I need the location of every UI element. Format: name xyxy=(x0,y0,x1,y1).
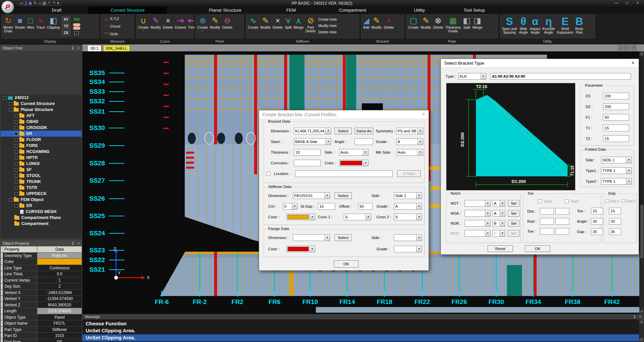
tree-item-longi[interactable]: LONGI xyxy=(1,161,82,167)
st-gap-field[interactable]: 15 xyxy=(318,203,335,210)
tree-item-fem-object[interactable]: FEM Object xyxy=(1,197,82,203)
tab-scroll-left-icon[interactable]: ‹ xyxy=(618,45,623,50)
pin-icon[interactable]: ↧ xyxy=(71,240,74,246)
bracket-dimension-combo[interactable]: KL468.71,200,44,▼ xyxy=(294,128,331,134)
scroll-up-icon[interactable]: ▲ xyxy=(639,51,644,56)
param-field-f1[interactable]: 50 xyxy=(603,114,629,121)
param-field-t1[interactable]: 15 xyxy=(603,125,629,131)
flange-grade-combo[interactable]: ▼ xyxy=(394,246,422,252)
display-toggle-icon[interactable] xyxy=(72,23,81,30)
close-panel-icon[interactable]: × xyxy=(78,45,80,51)
location-checkbox[interactable] xyxy=(266,172,270,176)
expand-box-icon[interactable] xyxy=(15,144,18,147)
select-button[interactable]: Select xyxy=(335,192,352,199)
point-modify-button[interactable]: ✎Modify xyxy=(209,15,221,37)
bracket-delete-button[interactable]: ×Delete xyxy=(383,15,395,37)
notch-combo[interactable]: ▼ xyxy=(465,200,491,207)
tab-82k-shell[interactable]: 82K_SHELL xyxy=(103,45,130,51)
curve-modify-button[interactable]: ✎Modify xyxy=(150,15,162,37)
selection-box-icon[interactable] xyxy=(74,31,79,35)
select-button[interactable]: Select xyxy=(335,128,352,134)
minimize-icon[interactable]: — xyxy=(611,0,621,7)
angle-field[interactable] xyxy=(355,138,373,145)
message-line[interactable]: UnSet Clipping Area. xyxy=(82,327,639,334)
notch-combo[interactable]: ▼ xyxy=(465,220,491,227)
trace-button[interactable]: ∿Trace xyxy=(36,15,46,37)
tab-3d-1[interactable]: 3D 1 xyxy=(87,45,101,51)
flange-color-combo[interactable]: ▼ xyxy=(286,246,315,252)
tree-item-floor[interactable]: FLOOR xyxy=(1,137,82,143)
folded-combo-type2[interactable]: TYPE 1▼ xyxy=(601,178,632,185)
toe1-checkbox[interactable] xyxy=(538,199,542,203)
plate-merge-button[interactable]: ◨Merge xyxy=(472,15,483,37)
curve-trim-button[interactable]: ⇤Trim xyxy=(187,15,196,37)
notch-combo[interactable]: ▼ xyxy=(465,230,491,237)
snip2-checkbox[interactable] xyxy=(622,199,625,203)
modify-hole-button[interactable]: Modify Hole xyxy=(317,23,338,29)
folded-combo-type1[interactable]: TYPE 1▼ xyxy=(601,167,632,174)
plate-thickness-grade-button[interactable]: ▦Thickness Grade xyxy=(445,15,462,37)
expand-box-icon[interactable] xyxy=(15,132,18,135)
close-icon[interactable]: × xyxy=(629,60,637,66)
flange-side-combo[interactable]: ▼ xyxy=(394,234,422,241)
scrollbar-thumb[interactable] xyxy=(640,205,643,258)
toe2-checkbox[interactable] xyxy=(565,199,569,203)
tree-item-compartment-plane[interactable]: Compartment Plane xyxy=(1,215,82,221)
viewport-vertical-scrollbar[interactable]: ▲ ▼ xyxy=(639,51,644,314)
impact-angle-button[interactable]: αImpact Angle xyxy=(529,15,541,38)
menu-tab-curved-structure[interactable]: Curved Structure xyxy=(88,7,167,14)
close-icon[interactable]: × xyxy=(633,0,643,7)
close-panel-icon[interactable]: × xyxy=(78,240,80,246)
tree-item-trunk[interactable]: TRUNK xyxy=(1,179,82,185)
notch-letter-combo[interactable]: C▼ xyxy=(493,230,505,237)
create-hole-button[interactable]: Create Hole xyxy=(317,17,338,22)
toe-field[interactable] xyxy=(540,208,554,215)
expand-box-icon[interactable] xyxy=(9,198,12,201)
tab-close-icon[interactable]: × xyxy=(631,45,636,50)
stiffener-color-combo[interactable]: ▼ xyxy=(286,214,315,220)
toe-field[interactable] xyxy=(540,218,554,225)
toe-field[interactable] xyxy=(555,218,569,225)
tree-item-fore[interactable]: FORE xyxy=(1,143,82,149)
snip-value-field[interactable]: 15 xyxy=(591,208,603,214)
expand-box-icon[interactable] xyxy=(15,192,18,195)
snip-value-field[interactable]: 35 xyxy=(591,228,603,235)
symmetry-combo[interactable]: PS and SB▼ xyxy=(396,128,423,134)
stiffener-split-button[interactable]: ⋎Split xyxy=(284,15,292,37)
location-field[interactable] xyxy=(295,170,393,177)
menu-tab-utility[interactable]: Utility xyxy=(402,7,437,14)
bracket-add-button[interactable]: ◢Add xyxy=(363,15,370,37)
stiffener-part-delete-button[interactable]: ⊘Part Delete xyxy=(305,15,316,37)
sel-button[interactable]: Sel xyxy=(508,220,519,227)
tree-item-curved-mesh[interactable]: CURVED MESH xyxy=(1,209,82,215)
select-button[interactable]: Select xyxy=(335,234,352,241)
expand-box-icon[interactable] xyxy=(15,180,18,183)
save-icon[interactable]: ▣ xyxy=(28,1,32,6)
stiffener-dimension-combo[interactable]: FB125X10▼ xyxy=(293,192,330,199)
notch-letter-combo[interactable]: A▼ xyxy=(493,210,505,217)
three-point-button[interactable]: 3 Point xyxy=(397,170,421,177)
sel-button[interactable]: Sel xyxy=(508,230,519,237)
scroll-down-icon[interactable]: ▼ xyxy=(639,309,644,314)
stiffener-modify-button[interactable]: ✎Modify xyxy=(260,15,271,37)
snip-value-field[interactable]: 30 xyxy=(591,218,603,225)
app-logo[interactable]: P xyxy=(1,1,14,13)
stiffener-create-button[interactable]: ∿Create xyxy=(247,15,259,37)
menu-tab-fem[interactable]: FEM xyxy=(278,7,303,14)
same-as-button[interactable]: Same As xyxy=(355,128,373,134)
ok-button[interactable]: OK xyxy=(525,245,550,252)
tab-scroll-right-icon[interactable]: › xyxy=(624,45,629,50)
delete-hole-button[interactable]: Delete Hole xyxy=(317,29,338,35)
bracket-modify-button[interactable]: ✎Modify xyxy=(371,15,383,37)
curve-create-button[interactable]: ∪Create⌄ xyxy=(137,15,149,37)
shell-expansion-button[interactable]: EShell Expansion xyxy=(556,15,574,38)
param-field-d1[interactable]: 200 xyxy=(603,93,629,99)
span-and-spacing-button[interactable]: SSpan and Spacing xyxy=(501,15,518,38)
undo-icon[interactable]: ↶ xyxy=(48,1,51,6)
param-field-t2[interactable]: 15 xyxy=(603,135,629,142)
curve-extend-button[interactable]: ⇥Extend xyxy=(174,15,187,37)
tree-item-curved-structure[interactable]: Curved Structure xyxy=(1,101,82,107)
conn2-combo[interactable]: S▼ xyxy=(394,214,422,220)
tree-item-hptr[interactable]: HPTR xyxy=(1,155,82,161)
notch-letter-combo[interactable]: A▼ xyxy=(493,200,505,207)
